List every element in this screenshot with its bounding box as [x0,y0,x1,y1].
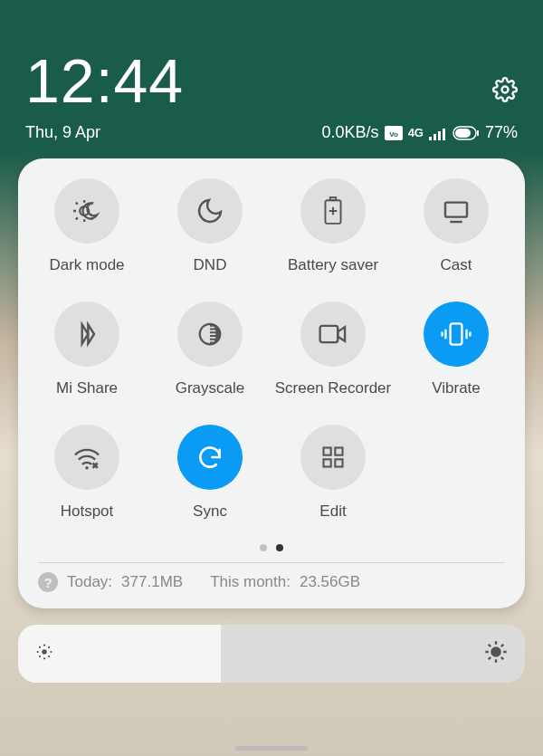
svg-point-30 [48,656,50,657]
tile-screen-recorder[interactable]: Screen Recorder [272,301,395,397]
tile-label: Battery saver [288,256,378,274]
tile-label: Grayscale [176,379,245,397]
settings-gear-icon[interactable] [492,77,518,106]
brightness-low-icon [34,642,54,665]
svg-rect-20 [324,459,331,466]
svg-rect-3 [429,137,432,140]
status-bar: 0.0KB/s Vo 4G 77% [322,123,518,142]
svg-point-23 [43,645,45,646]
today-label: Today: [67,573,112,591]
edit-grid-icon [320,445,346,470]
svg-rect-9 [477,130,479,136]
battery-icon [452,126,480,140]
tile-hotspot[interactable]: Hotspot [25,425,148,521]
brightness-slider[interactable] [18,625,525,683]
help-icon: ? [38,572,58,592]
svg-text:Vo: Vo [389,130,398,139]
tile-grayscale[interactable]: Grayscale [148,301,272,397]
tile-label: Hotspot [61,502,114,521]
net-speed: 0.0KB/s [322,123,379,142]
svg-rect-18 [324,448,331,455]
volte-icon: Vo [385,126,403,140]
tile-label: DND [194,256,227,274]
sync-icon [195,443,224,472]
svg-rect-6 [443,129,445,140]
page-dot-active [276,544,283,551]
divider [38,562,505,563]
screen-recorder-icon [318,321,348,347]
mi-share-icon [72,320,101,349]
tile-label: Sync [193,502,227,521]
svg-rect-21 [335,459,342,466]
svg-rect-13 [445,203,467,217]
brightness-high-icon [483,639,509,668]
tile-vibrate[interactable]: Vibrate [395,301,518,397]
month-label: This month: [210,573,291,591]
tile-label: Dark mode [49,256,124,274]
tile-dark-mode[interactable]: Dark mode [25,178,148,274]
svg-rect-5 [438,131,441,140]
tile-label: Cast [441,256,472,274]
svg-rect-15 [320,326,338,342]
svg-point-0 [502,87,509,93]
svg-point-31 [491,647,500,656]
tile-edit[interactable]: Edit [272,425,395,521]
svg-point-24 [43,657,45,659]
today-value: 377.1MB [121,573,183,591]
svg-point-26 [50,651,52,653]
network-type: 4G [408,126,424,139]
cast-icon [442,196,471,225]
data-usage-row[interactable]: ? Today: 377.1MB This month: 23.56GB [25,572,518,596]
quick-settings-panel: Dark mode DND Battery saver Cast Mi Shar… [18,158,525,608]
tile-dnd[interactable]: DND [148,178,272,274]
dnd-icon [195,196,224,225]
tile-label: Vibrate [432,379,481,397]
svg-point-29 [39,656,41,657]
svg-point-22 [42,649,47,655]
date-text: Thu, 9 Apr [25,123,100,142]
clock-time: 12:44 [25,45,518,116]
tile-label: Mi Share [56,379,118,397]
grayscale-icon [196,321,224,348]
tile-label: Screen Recorder [275,379,392,397]
month-value: 23.56GB [300,573,360,591]
battery-pct: 77% [485,123,518,142]
svg-rect-16 [451,323,462,344]
dark-mode-icon [71,196,102,226]
svg-point-17 [85,466,88,469]
hotspot-icon [71,444,102,471]
svg-rect-8 [455,129,471,138]
tile-label: Edit [319,502,346,521]
signal-icon [429,126,447,140]
svg-point-28 [48,646,50,648]
tile-sync[interactable]: Sync [148,425,272,521]
page-indicator [25,544,518,551]
page-dot [260,544,267,551]
battery-saver-icon [321,196,345,225]
tile-battery-saver[interactable]: Battery saver [272,178,395,274]
tile-mi-share[interactable]: Mi Share [25,301,148,397]
nav-gesture-hint [235,746,308,751]
svg-point-25 [37,651,39,653]
svg-point-27 [39,646,41,648]
svg-rect-19 [335,448,342,455]
svg-rect-4 [433,134,436,140]
svg-rect-12 [330,197,336,200]
vibrate-icon [440,320,472,349]
tile-cast[interactable]: Cast [395,178,518,274]
